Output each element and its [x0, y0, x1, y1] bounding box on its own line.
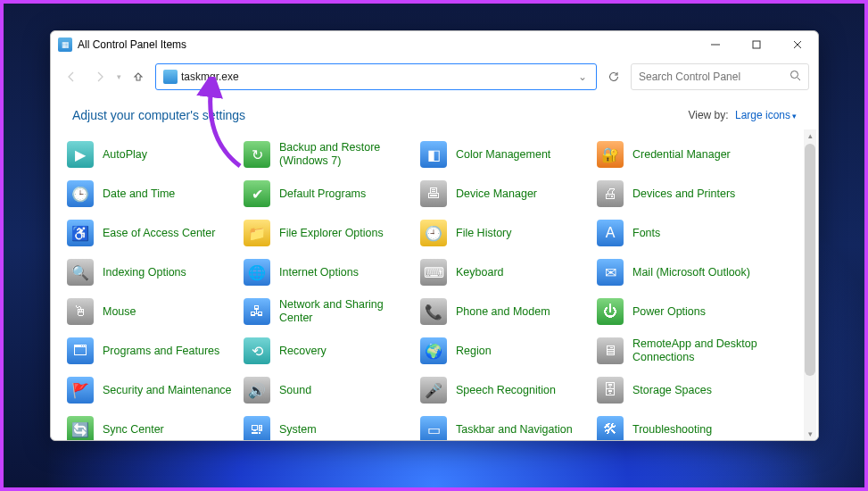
- item-icon: ✔: [244, 180, 270, 207]
- control-panel-item[interactable]: ↻Backup and Restore (Windows 7): [244, 137, 420, 172]
- control-panel-window: ▦ All Control Panel Items ▾: [50, 30, 819, 441]
- item-label: Fonts: [632, 227, 660, 240]
- item-label: Color Management: [456, 148, 550, 162]
- minimize-button[interactable]: [695, 31, 736, 58]
- scroll-thumb[interactable]: [805, 144, 815, 376]
- search-input[interactable]: [639, 71, 789, 83]
- control-panel-item[interactable]: 🌐Internet Options: [244, 254, 420, 290]
- control-panel-item[interactable]: ✉Mail (Microsoft Outlook): [597, 254, 773, 290]
- svg-rect-0: [753, 41, 760, 48]
- view-by: View by: Large icons▾: [688, 109, 797, 121]
- window-controls: [695, 31, 818, 58]
- control-panel-item[interactable]: 🛠Troubleshooting: [597, 412, 773, 440]
- control-panel-item[interactable]: 🖳System: [244, 412, 420, 440]
- control-panel-item[interactable]: ⏻Power Options: [597, 294, 773, 329]
- control-panel-item[interactable]: ✔Default Programs: [244, 176, 420, 212]
- content-area: ▶AutoPlay↻Backup and Restore (Windows 7)…: [51, 129, 818, 440]
- item-icon: ▭: [420, 416, 447, 440]
- item-icon: ◧: [420, 141, 447, 168]
- address-input[interactable]: [181, 71, 573, 83]
- close-button[interactable]: [777, 31, 818, 58]
- item-icon: ▶: [67, 141, 94, 168]
- item-label: Troubleshooting: [632, 423, 712, 437]
- control-panel-item[interactable]: ▭Taskbar and Navigation: [420, 412, 597, 440]
- item-label: Device Manager: [456, 187, 537, 201]
- control-panel-item[interactable]: 🌍Region: [420, 333, 597, 369]
- item-icon: ✉: [597, 259, 624, 286]
- control-panel-item[interactable]: 🔐Credential Manager: [597, 137, 773, 172]
- scroll-up-icon[interactable]: ▴: [804, 129, 816, 142]
- control-panel-item[interactable]: 🚩Security and Maintenance: [67, 372, 244, 408]
- chevron-down-icon: ▾: [792, 112, 797, 121]
- control-panel-item[interactable]: 🔄Sync Center: [67, 412, 244, 440]
- control-panel-item[interactable]: 🗄Storage Spaces: [597, 372, 773, 408]
- control-panel-item[interactable]: 🖥RemoteApp and Desktop Connections: [597, 333, 773, 369]
- item-label: Network and Sharing Center: [279, 298, 413, 325]
- back-button[interactable]: [60, 65, 83, 88]
- control-panel-item[interactable]: 🔍Indexing Options: [67, 254, 244, 290]
- control-panel-item[interactable]: ▶AutoPlay: [67, 137, 244, 172]
- item-label: Sync Center: [103, 423, 164, 437]
- view-by-label: View by:: [688, 109, 728, 121]
- control-panel-item[interactable]: 🖱Mouse: [67, 294, 244, 329]
- search-box[interactable]: [631, 63, 809, 90]
- control-panel-item[interactable]: 🖨Devices and Printers: [597, 176, 773, 212]
- item-icon: 🖥: [597, 337, 624, 364]
- control-panel-item[interactable]: 🕒Date and Time: [67, 176, 244, 212]
- control-panel-item[interactable]: ◧Color Management: [420, 137, 597, 172]
- scroll-down-icon[interactable]: ▾: [804, 428, 816, 440]
- item-label: Taskbar and Navigation: [456, 423, 573, 437]
- control-panel-item[interactable]: ⟲Recovery: [244, 333, 420, 369]
- search-icon: [789, 70, 801, 84]
- item-icon: 🌍: [420, 337, 447, 364]
- item-icon: ⌨: [420, 259, 447, 286]
- item-label: Sound: [279, 384, 311, 397]
- item-label: Default Programs: [279, 187, 366, 201]
- control-panel-item[interactable]: 📁File Explorer Options: [244, 215, 420, 251]
- address-dropdown-icon[interactable]: ⌄: [573, 71, 592, 83]
- item-icon: 🖧: [244, 298, 270, 325]
- window-title: All Control Panel Items: [78, 38, 186, 51]
- address-bar[interactable]: ⌄: [155, 63, 597, 90]
- item-label: Backup and Restore (Windows 7): [279, 141, 413, 168]
- item-label: Keyboard: [456, 266, 504, 279]
- item-label: RemoteApp and Desktop Connections: [632, 337, 766, 364]
- control-panel-item[interactable]: 🔊Sound: [244, 372, 420, 408]
- item-icon: ♿: [67, 220, 94, 246]
- item-label: Date and Time: [103, 187, 175, 201]
- item-label: Security and Maintenance: [103, 384, 232, 397]
- item-icon: 🖳: [244, 416, 270, 440]
- item-label: AutoPlay: [103, 148, 147, 162]
- item-label: File History: [456, 227, 512, 240]
- item-icon: ↻: [244, 141, 270, 168]
- forward-button[interactable]: [88, 65, 112, 88]
- item-label: System: [279, 423, 317, 437]
- scrollbar[interactable]: ▴ ▾: [804, 129, 816, 440]
- control-panel-item[interactable]: 🎤Speech Recognition: [420, 372, 597, 408]
- svg-point-1: [791, 71, 798, 79]
- control-panel-item[interactable]: ♿Ease of Access Center: [67, 215, 244, 251]
- control-panel-item[interactable]: 🖧Network and Sharing Center: [244, 294, 420, 329]
- control-panel-item[interactable]: 📞Phone and Modem: [420, 294, 597, 329]
- page-title: Adjust your computer's settings: [72, 108, 245, 122]
- maximize-button[interactable]: [736, 31, 777, 58]
- control-panel-item[interactable]: 🕘File History: [420, 215, 597, 251]
- items-grid: ▶AutoPlay↻Backup and Restore (Windows 7)…: [67, 137, 818, 440]
- item-label: File Explorer Options: [279, 227, 384, 240]
- item-icon: 🔍: [67, 259, 94, 286]
- view-by-dropdown[interactable]: Large icons▾: [735, 109, 797, 121]
- recent-dropdown-icon[interactable]: ▾: [117, 72, 121, 81]
- control-panel-item[interactable]: AFonts: [597, 215, 773, 251]
- item-icon: 📁: [244, 220, 270, 246]
- up-button[interactable]: [127, 65, 150, 88]
- control-panel-item[interactable]: 🗔Programs and Features: [67, 333, 244, 369]
- item-icon: 🎤: [420, 377, 447, 404]
- control-panel-item[interactable]: 🖶Device Manager: [420, 176, 597, 212]
- item-label: Mail (Microsoft Outlook): [632, 266, 750, 279]
- item-label: Storage Spaces: [632, 384, 712, 397]
- control-panel-item[interactable]: ⌨Keyboard: [420, 254, 597, 290]
- item-icon: 🛠: [597, 416, 624, 440]
- navigation-bar: ▾ ⌄: [51, 58, 818, 96]
- page-header: Adjust your computer's settings View by:…: [51, 96, 818, 129]
- refresh-button[interactable]: [602, 65, 625, 88]
